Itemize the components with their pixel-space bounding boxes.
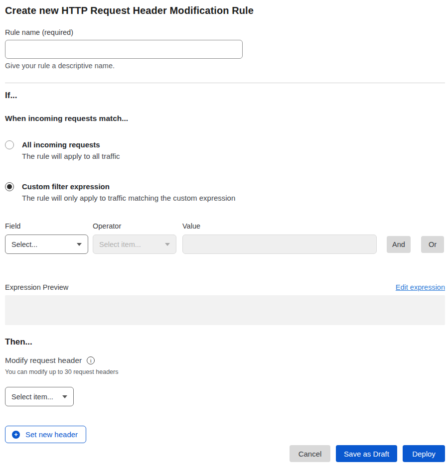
expression-builder-row: Select... Select item... And Or: [5, 235, 445, 254]
set-new-header-button[interactable]: + Set new header: [5, 426, 86, 443]
radio-selected-icon[interactable]: [5, 182, 14, 191]
or-button[interactable]: Or: [421, 236, 444, 253]
expression-preview-label: Expression Preview: [5, 282, 68, 292]
radio-option-custom-expression[interactable]: Custom filter expression The rule will o…: [5, 182, 445, 203]
set-new-header-label: Set new header: [25, 430, 78, 439]
modify-header-label-row: Modify request header i: [5, 355, 445, 365]
if-heading: If...: [5, 90, 445, 101]
expression-preview-box: [5, 295, 445, 325]
modify-header-label: Modify request header: [5, 355, 82, 365]
header-item-select-value: Select item...: [11, 393, 53, 401]
cancel-button[interactable]: Cancel: [290, 445, 330, 462]
radio-label[interactable]: Custom filter expression: [22, 182, 235, 192]
modify-header-help: You can modify up to 30 request headers: [5, 368, 445, 376]
header-item-select[interactable]: Select item...: [5, 387, 74, 406]
then-heading: Then...: [5, 337, 445, 348]
operator-select[interactable]: Select item...: [93, 235, 176, 254]
value-label: Value: [182, 222, 200, 231]
chevron-down-icon: [77, 243, 82, 246]
expression-builder-labels: Field Operator Value: [5, 222, 445, 231]
radio-label[interactable]: All incoming requests: [22, 140, 120, 150]
edit-expression-link[interactable]: Edit expression: [396, 282, 445, 292]
info-icon[interactable]: i: [87, 357, 95, 364]
rule-name-input[interactable]: [5, 40, 243, 59]
match-subheading: When incoming requests match...: [5, 113, 445, 123]
save-as-draft-button[interactable]: Save as Draft: [336, 445, 397, 462]
operator-label: Operator: [93, 222, 182, 231]
field-select-value: Select...: [11, 240, 37, 248]
rule-name-label: Rule name (required): [5, 28, 445, 37]
operator-select-value: Select item...: [99, 240, 141, 248]
radio-unselected-icon[interactable]: [5, 140, 14, 149]
and-button[interactable]: And: [387, 236, 411, 253]
radio-description: The rule will only apply to traffic matc…: [22, 193, 235, 203]
chevron-down-icon: [62, 395, 67, 398]
field-label: Field: [5, 222, 93, 231]
plus-circle-icon: +: [12, 431, 20, 439]
value-input[interactable]: [182, 235, 377, 254]
deploy-button[interactable]: Deploy: [403, 445, 445, 462]
page-title: Create new HTTP Request Header Modificat…: [5, 4, 445, 17]
footer-actions: Cancel Save as Draft Deploy: [5, 445, 445, 462]
field-select[interactable]: Select...: [5, 235, 88, 254]
chevron-down-icon: [165, 243, 170, 246]
expression-preview-header: Expression Preview Edit expression: [5, 282, 445, 292]
create-rule-form: Create new HTTP Request Header Modificat…: [0, 4, 448, 462]
section-divider: [5, 83, 445, 83]
rule-name-help: Give your rule a descriptive name.: [5, 61, 445, 71]
radio-option-all-requests[interactable]: All incoming requests The rule will appl…: [5, 140, 445, 161]
radio-description: The rule will apply to all traffic: [22, 151, 120, 161]
